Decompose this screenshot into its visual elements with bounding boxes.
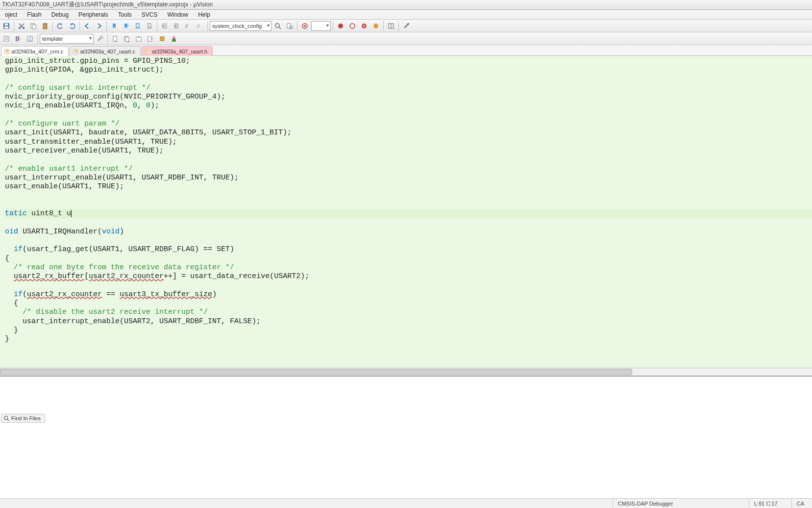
- config-combo[interactable]: system_clock_config: [210, 21, 271, 31]
- bookmark-toggle-icon[interactable]: [132, 21, 143, 31]
- download-icon[interactable]: [169, 33, 179, 44]
- configure-icon[interactable]: [401, 21, 412, 31]
- status-bar: CMSIS-DAP Debugger L:91 C:17 CA: [0, 498, 812, 508]
- redo-icon[interactable]: [67, 21, 77, 31]
- menu-debug[interactable]: Debug: [47, 11, 74, 18]
- svg-text://: //: [197, 24, 200, 29]
- svg-rect-6: [32, 25, 36, 29]
- stop-build-icon[interactable]: [157, 33, 168, 44]
- undo-icon[interactable]: [55, 21, 66, 31]
- menu-tools[interactable]: Tools: [113, 11, 137, 18]
- svg-point-17: [350, 24, 355, 28]
- build-toolbar: {} template: [0, 32, 812, 45]
- menu-peripherals[interactable]: Peripherals: [74, 11, 113, 18]
- window-layout-icon[interactable]: [386, 21, 396, 31]
- search-icon: [3, 415, 9, 421]
- nav-forward-icon[interactable]: [94, 21, 104, 31]
- cut-icon[interactable]: [16, 21, 27, 31]
- svg-rect-30: [125, 37, 129, 42]
- svg-rect-23: [16, 36, 17, 41]
- build-file-icon[interactable]: [110, 33, 121, 44]
- outdent-icon[interactable]: [171, 21, 182, 31]
- find-tab-label: Find In Files: [11, 415, 41, 421]
- horizontal-scrollbar[interactable]: [0, 368, 812, 376]
- indent-icon[interactable]: [159, 21, 170, 31]
- find-in-files-icon[interactable]: [284, 21, 295, 31]
- menu-svcs[interactable]: SVCS: [137, 11, 163, 18]
- nav-back-icon[interactable]: [82, 21, 93, 31]
- separator: [79, 21, 80, 31]
- window-title: TK\AT32F407\008_UART通信\USART\project\mdk…: [2, 0, 213, 9]
- file-tab-usart-c[interactable]: at32f403a_407_usart.c: [70, 46, 141, 56]
- scrollbar-thumb[interactable]: [0, 369, 632, 375]
- rebuild-icon[interactable]: [133, 33, 144, 44]
- separator: [14, 21, 14, 31]
- svg-text://: //: [185, 24, 188, 29]
- breakpoint-enable-icon[interactable]: [370, 21, 381, 31]
- svg-rect-12: [287, 24, 291, 28]
- batch-build-icon[interactable]: [145, 33, 156, 44]
- svg-rect-33: [160, 37, 164, 41]
- main-toolbar: // // system_clock_config: [0, 20, 812, 32]
- menu-bar: oject Flash Debug Peripherals Tools SVCS…: [0, 10, 812, 20]
- file-icon: [145, 49, 150, 54]
- debug-start-icon[interactable]: [299, 21, 310, 31]
- tab-label: at32f403a_407_usart.h: [152, 49, 207, 54]
- separator: [297, 21, 297, 31]
- breakpoint-icon[interactable]: [335, 21, 346, 31]
- svg-rect-31: [136, 37, 141, 41]
- target-combo[interactable]: template: [40, 34, 94, 44]
- menu-flash[interactable]: Flash: [22, 11, 46, 18]
- menu-window[interactable]: Window: [162, 11, 193, 18]
- code-editor[interactable]: gpio_init_struct.gpio_pins = GPIO_PINS_1…: [0, 56, 812, 368]
- svg-point-11: [275, 24, 279, 27]
- tab-label: at32f403a_407_crm.c: [11, 49, 63, 54]
- functions-icon[interactable]: {}: [25, 33, 35, 44]
- find-icon[interactable]: [272, 21, 283, 31]
- menu-help[interactable]: Help: [193, 11, 215, 18]
- svg-point-19: [373, 24, 378, 28]
- svg-rect-8: [44, 23, 46, 25]
- save-icon[interactable]: [1, 21, 12, 31]
- file-tab-usart-h[interactable]: at32f403a_407_usart.h: [142, 46, 213, 56]
- svg-rect-1: [4, 26, 8, 28]
- books-icon[interactable]: [13, 33, 24, 44]
- status-debugger: CMSIS-DAP Debugger: [613, 499, 740, 508]
- status-caps: CA: [791, 499, 809, 508]
- svg-rect-24: [18, 36, 19, 41]
- find-in-files-tab[interactable]: Find In Files: [1, 414, 45, 423]
- status-cursor-pos: L:91 C:17: [749, 499, 783, 508]
- build-target-icon[interactable]: [122, 33, 132, 44]
- svg-rect-22: [4, 36, 9, 41]
- breakpoint-kill-icon[interactable]: [359, 21, 369, 31]
- comment-icon[interactable]: //: [183, 21, 194, 31]
- svg-point-35: [4, 416, 8, 420]
- separator: [333, 21, 333, 31]
- project-tree-icon[interactable]: [1, 33, 12, 44]
- separator: [107, 34, 108, 44]
- zoom-combo[interactable]: [311, 21, 331, 31]
- separator: [52, 21, 53, 31]
- tab-label: at32f403a_407_usart.c: [80, 49, 135, 54]
- file-icon: [4, 49, 9, 54]
- paste-icon[interactable]: [40, 21, 50, 31]
- svg-text:{}: {}: [28, 37, 31, 42]
- menu-project[interactable]: oject: [0, 11, 22, 18]
- bookmark-next-icon[interactable]: [121, 21, 131, 31]
- options-icon[interactable]: [95, 33, 105, 44]
- file-tabs: at32f403a_407_crm.c at32f403a_407_usart.…: [0, 45, 812, 56]
- bookmark-clear-icon[interactable]: [144, 21, 155, 31]
- svg-rect-2: [5, 24, 8, 25]
- copy-icon[interactable]: [28, 21, 39, 31]
- separator: [106, 21, 107, 31]
- svg-point-16: [338, 24, 343, 28]
- separator: [398, 21, 399, 31]
- breakpoint-disable-icon[interactable]: [347, 21, 358, 31]
- separator: [37, 34, 38, 44]
- uncomment-icon[interactable]: //: [195, 21, 205, 31]
- file-tab-crm[interactable]: at32f403a_407_crm.c: [1, 46, 69, 56]
- svg-point-15: [304, 25, 306, 27]
- file-icon: [73, 49, 78, 54]
- svg-rect-28: [113, 36, 117, 41]
- bookmark-prev-icon[interactable]: [109, 21, 120, 31]
